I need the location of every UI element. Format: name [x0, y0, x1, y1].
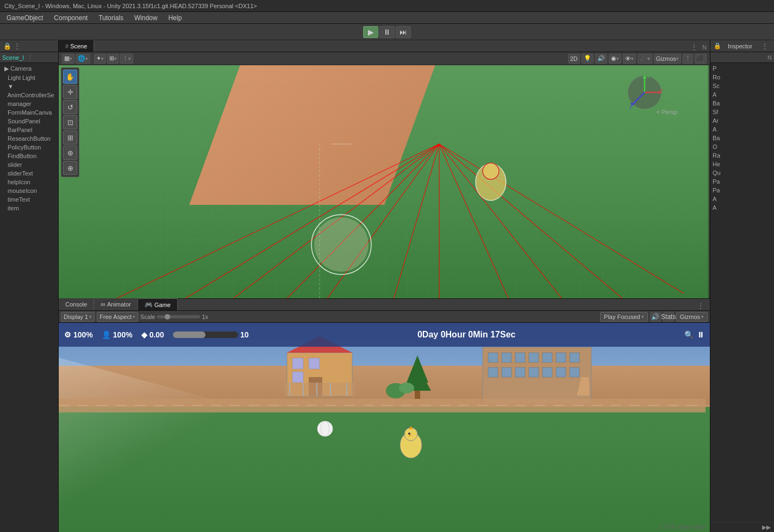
inspector-item-a[interactable]: A: [710, 90, 774, 99]
scale-tool[interactable]: ⊡: [63, 115, 77, 129]
scene-cube-btn[interactable]: ⬛: [695, 54, 707, 64]
hierarchy-item-bar[interactable]: BarPanel: [0, 126, 58, 134]
tab-scene[interactable]: # Scene: [59, 40, 94, 52]
inspector-item-ar[interactable]: Ar: [710, 116, 774, 125]
rotate-tool[interactable]: ↺: [63, 100, 77, 114]
inspector-item-a2[interactable]: A: [710, 125, 774, 134]
menu-help[interactable]: Help: [164, 13, 186, 23]
scene-transform-group: ✦ ▾ ⊞ ▾ ⋮ ▾: [94, 54, 133, 64]
hud-pause-icon[interactable]: ⏸: [697, 330, 704, 339]
hierarchy-item-help[interactable]: helpIcon: [0, 178, 58, 186]
menu-bar: GameObject Component Tutorials Window He…: [0, 12, 774, 24]
inspector-item-a4[interactable]: A: [710, 203, 774, 212]
main-toolbar: ▶ ⏸ ⏭: [0, 24, 774, 40]
play-button[interactable]: ▶: [363, 26, 378, 38]
hand-tool[interactable]: ✋: [63, 70, 77, 84]
inspector-item-sf[interactable]: Sf: [710, 108, 774, 116]
hierarchy-item-chevron[interactable]: ▼: [0, 82, 58, 91]
inspector-n-label: N: [702, 44, 707, 51]
hierarchy-item-mouse[interactable]: mouseIcon: [0, 186, 58, 195]
hierarchy-item-anim[interactable]: AnimControllerSe: [0, 91, 58, 99]
step-button[interactable]: ⏭: [396, 26, 411, 38]
inspector-item-sc[interactable]: Sc: [710, 82, 774, 90]
hierarchy-item-item[interactable]: item: [0, 204, 58, 212]
hierarchy-item-research[interactable]: ResearchButton: [0, 134, 58, 143]
scene-tab-more[interactable]: ⋮: [688, 43, 700, 52]
inspector-item-ro[interactable]: Ro: [710, 73, 774, 82]
play-focused-button[interactable]: Play Focused ▾: [600, 312, 648, 322]
effects-toggle[interactable]: ◉ ▾: [609, 54, 621, 64]
hierarchy-item-light[interactable]: Light Light: [0, 73, 58, 82]
scene-snap-btn[interactable]: ⋮ ▾: [120, 54, 133, 64]
hidden-toggle[interactable]: 👁 ▾: [623, 54, 636, 64]
aspect-dropdown[interactable]: Free Aspect ▾: [97, 312, 138, 322]
inspector-item-he[interactable]: He: [710, 160, 774, 168]
pause-button[interactable]: ⏸: [379, 26, 395, 38]
display-dropdown[interactable]: Display 1 ▾: [61, 312, 95, 322]
camera-dropdown[interactable]: 🎥 ▾: [638, 54, 652, 64]
watermark: CSDN @gongfpp: [659, 523, 706, 530]
hierarchy-item-policy[interactable]: PolicyButton: [0, 143, 58, 152]
persp-label[interactable]: < Persp: [657, 109, 677, 115]
menu-tutorials[interactable]: Tutorials: [94, 13, 128, 23]
hud-time: 0Day 0Hour 0Min 17Sec: [257, 330, 676, 340]
more-icon[interactable]: ⋮: [14, 42, 21, 50]
scene-grid-btn[interactable]: ⊞ ▾: [107, 54, 119, 64]
inspector-item-o[interactable]: O: [710, 142, 774, 151]
inspector-item-pa2[interactable]: Pa: [710, 186, 774, 195]
game-tab-actions: ⋮: [695, 302, 710, 310]
tab-game[interactable]: 🎮 Game: [138, 298, 178, 310]
menu-component[interactable]: Component: [49, 13, 92, 23]
multi-tool[interactable]: ⊛: [63, 146, 77, 160]
hud-bar: 10: [173, 330, 249, 339]
gizmo-svg: Y X Z: [623, 71, 666, 114]
tab-console[interactable]: Console: [59, 298, 94, 310]
2d-toggle[interactable]: 2D: [568, 54, 580, 64]
view-direction-dropdown[interactable]: 🌐 ▾: [76, 54, 90, 64]
tool-panel: ✋ ✛ ↺ ⊡ ⊞ ⊛ ⊕: [61, 67, 79, 177]
inspector-n-btn[interactable]: N: [767, 54, 772, 61]
menu-gameobject[interactable]: GameObject: [2, 13, 47, 23]
hud-search-icon[interactable]: 🔍: [684, 330, 694, 339]
inspector-item-qu[interactable]: Qu: [710, 168, 774, 177]
shading-dropdown[interactable]: ▦ ▾: [62, 54, 74, 64]
move-tool[interactable]: ✛: [63, 85, 77, 99]
tab-animator[interactable]: ∞ Animator: [94, 298, 138, 310]
light-toggle[interactable]: 💡: [582, 54, 594, 64]
hierarchy-more[interactable]: ⋮: [27, 54, 33, 61]
scene-tool-hand-group: ▦ ▾ 🌐 ▾: [62, 54, 90, 64]
hierarchy-item-formcanva[interactable]: FormMainCanva: [0, 108, 58, 117]
scale-control: Scale 1x: [140, 314, 208, 320]
hierarchy-item-sound[interactable]: SoundPanel: [0, 117, 58, 126]
gizmos-btn[interactable]: Gizmos ▾: [654, 54, 681, 64]
inspector-nav-right[interactable]: ▶▶: [762, 524, 771, 531]
rect-tool[interactable]: ⊞: [63, 130, 77, 145]
inspector-item-ra[interactable]: Ra: [710, 151, 774, 160]
inspector-item-pa[interactable]: Pa: [710, 177, 774, 186]
hierarchy-item-camera[interactable]: ▶ Camera: [0, 64, 58, 73]
hierarchy-item-slidertext[interactable]: sliderText: [0, 169, 58, 178]
hud-agent: 👤 100%: [102, 330, 133, 339]
scene-fx-btn[interactable]: ✦ ▾: [94, 54, 106, 64]
game-tab-more[interactable]: ⋮: [695, 302, 707, 310]
speed-value: 100%: [73, 330, 93, 339]
stats-button[interactable]: Stats: [663, 312, 674, 322]
inspector-item-a3[interactable]: A: [710, 195, 774, 203]
scale-slider[interactable]: [157, 315, 200, 318]
hierarchy-item-find[interactable]: FindButton: [0, 152, 58, 160]
gizmos-button[interactable]: Gizmos ▾: [676, 312, 708, 322]
title-text: City_Scene_I - Windows, Mac, Linux - Uni…: [4, 3, 257, 9]
custom-tool[interactable]: ⊕: [63, 161, 77, 175]
inspector-item-ba[interactable]: Ba: [710, 99, 774, 108]
mute-button[interactable]: 🔊: [650, 312, 661, 322]
inspector-more[interactable]: ⋮: [759, 42, 771, 51]
hierarchy-item-slider[interactable]: slider: [0, 160, 58, 169]
inspector-item-ba2[interactable]: Ba: [710, 134, 774, 142]
audio-toggle[interactable]: 🔊: [595, 54, 607, 64]
scene-tab-actions: ⋮ N: [688, 43, 710, 52]
inspector-item-p[interactable]: P: [710, 64, 774, 73]
hierarchy-item-time[interactable]: timeText: [0, 195, 58, 204]
menu-window[interactable]: Window: [130, 13, 162, 23]
hierarchy-item-manager[interactable]: manager: [0, 99, 58, 108]
scene-more-btn[interactable]: ⋮: [683, 54, 693, 64]
